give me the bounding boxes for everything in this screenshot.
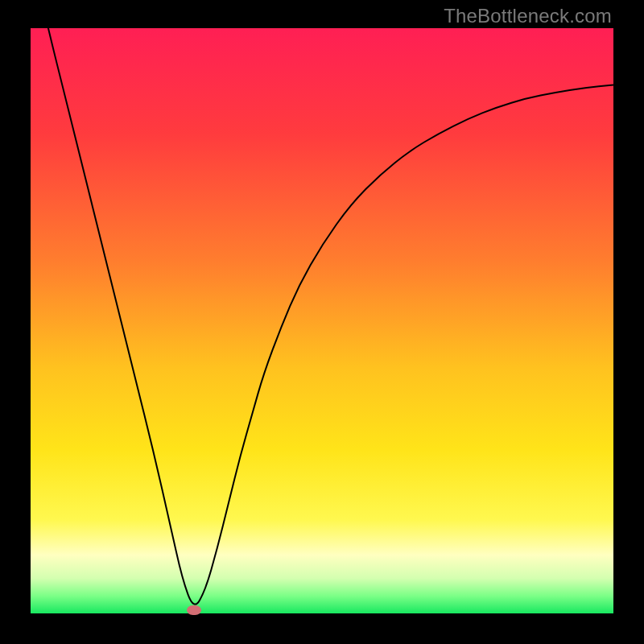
- bottleneck-curve: [31, 28, 613, 613]
- optimum-marker: [187, 605, 201, 615]
- plot-area: [31, 28, 613, 613]
- chart-frame: TheBottleneck.com: [0, 0, 644, 644]
- watermark-text: TheBottleneck.com: [444, 5, 612, 27]
